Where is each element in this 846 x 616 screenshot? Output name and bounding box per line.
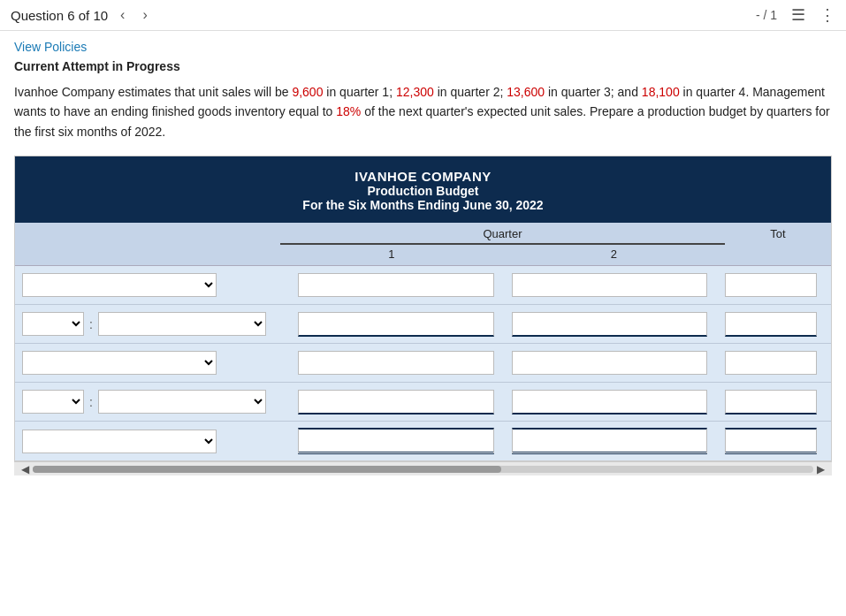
row4-select-wide[interactable]: Expected unit sales Required ending inve… bbox=[98, 390, 266, 414]
row5-q2-wrapper bbox=[505, 428, 715, 454]
row3-total-wrapper bbox=[718, 351, 824, 375]
row4-colon: : bbox=[89, 395, 93, 409]
horizontal-scrollbar[interactable]: ◀ ▶ bbox=[14, 461, 832, 475]
problem-text: Ivanhoe Company estimates that unit sale… bbox=[14, 82, 832, 141]
total-header: Tot bbox=[725, 223, 831, 245]
view-policies-link[interactable]: View Policies bbox=[14, 40, 87, 54]
row3-q1-wrapper bbox=[291, 351, 501, 375]
scroll-left-button[interactable]: ◀ bbox=[18, 463, 33, 475]
scrollbar-track[interactable] bbox=[33, 466, 813, 473]
total-sub-header bbox=[725, 245, 831, 265]
table-row: Expected unit sales Required ending inve… bbox=[15, 266, 831, 305]
next-arrow[interactable]: › bbox=[137, 5, 152, 25]
table-header: IVANHOE COMPANY Production Budget For th… bbox=[15, 156, 831, 223]
row2-total-wrapper bbox=[718, 312, 824, 337]
col-header-row-2: 1 2 bbox=[15, 245, 831, 266]
list-icon-button[interactable]: ☰ bbox=[791, 5, 805, 25]
row3-q2-wrapper bbox=[505, 351, 715, 375]
row2-q2-wrapper bbox=[505, 312, 715, 337]
row4-q2-input[interactable] bbox=[512, 390, 708, 414]
header-empty-cell bbox=[15, 223, 280, 245]
row2-total-input[interactable] bbox=[725, 312, 817, 337]
row1-total-wrapper bbox=[718, 273, 824, 297]
row4-select-narrow[interactable]: Add Deduct bbox=[22, 390, 84, 414]
row5-select[interactable]: Expected unit sales Required ending inve… bbox=[22, 430, 217, 453]
prev-arrow[interactable]: ‹ bbox=[115, 5, 130, 25]
date-line: For the Six Months Ending June 30, 2022 bbox=[22, 198, 824, 212]
quarter-header: Quarter bbox=[280, 223, 725, 245]
row4-total-input[interactable] bbox=[725, 390, 817, 414]
row5-total-wrapper bbox=[718, 428, 824, 454]
row2-colon: : bbox=[89, 317, 93, 331]
table-body: Expected unit sales Required ending inve… bbox=[15, 266, 831, 460]
more-options-button[interactable]: ⋮ bbox=[819, 5, 835, 25]
row3-q2-input[interactable] bbox=[512, 351, 708, 375]
row4-q1-wrapper bbox=[291, 390, 501, 414]
production-budget-table: IVANHOE COMPANY Production Budget For th… bbox=[14, 156, 832, 461]
row1-total-input[interactable] bbox=[725, 273, 817, 297]
row1-q1-input[interactable] bbox=[298, 273, 494, 297]
row4-q2-wrapper bbox=[505, 390, 715, 414]
scrollbar-thumb[interactable] bbox=[33, 466, 501, 473]
row2-q1-wrapper bbox=[291, 312, 501, 337]
row2-q1-input[interactable] bbox=[298, 312, 494, 337]
question-label: Question 6 of 10 bbox=[11, 8, 108, 23]
row4-q1-input[interactable] bbox=[298, 390, 494, 414]
row2-label: Add Deduct : Expected unit sales Require… bbox=[22, 312, 287, 336]
table-row: Add Deduct : Expected unit sales Require… bbox=[15, 305, 831, 344]
row3-total-input[interactable] bbox=[725, 351, 817, 375]
q1-header: 1 bbox=[280, 245, 503, 265]
row5-q1-input[interactable] bbox=[298, 428, 494, 454]
row1-select[interactable]: Expected unit sales Required ending inve… bbox=[22, 273, 217, 297]
row2-q2-input[interactable] bbox=[512, 312, 708, 337]
row1-label: Expected unit sales Required ending inve… bbox=[22, 273, 287, 297]
company-name: IVANHOE COMPANY bbox=[22, 169, 824, 184]
row5-q1-wrapper bbox=[291, 428, 501, 454]
table-row: Expected unit sales Required ending inve… bbox=[15, 422, 831, 460]
row4-total-wrapper bbox=[718, 390, 824, 414]
row3-q1-input[interactable] bbox=[298, 351, 494, 375]
row1-q1-wrapper bbox=[291, 273, 501, 297]
page-count: - / 1 bbox=[756, 8, 777, 22]
row5-q2-input[interactable] bbox=[512, 428, 708, 454]
col-header-row-1: Quarter Tot bbox=[15, 223, 831, 245]
row2-select-narrow[interactable]: Add Deduct bbox=[22, 312, 84, 336]
row5-total-input[interactable] bbox=[725, 428, 817, 454]
top-bar: Question 6 of 10 ‹ › - / 1 ☰ ⋮ bbox=[0, 0, 846, 31]
current-attempt-label: Current Attempt in Progress bbox=[14, 59, 832, 73]
row1-q2-input[interactable] bbox=[512, 273, 708, 297]
row4-label: Add Deduct : Expected unit sales Require… bbox=[22, 390, 287, 414]
row3-select[interactable]: Expected unit sales Required ending inve… bbox=[22, 351, 217, 375]
header-empty-cell-2 bbox=[15, 245, 280, 265]
row3-label: Expected unit sales Required ending inve… bbox=[22, 351, 287, 375]
row5-label: Expected unit sales Required ending inve… bbox=[22, 430, 287, 453]
main-content: View Policies Current Attempt in Progres… bbox=[0, 31, 846, 484]
table-row: Expected unit sales Required ending inve… bbox=[15, 344, 831, 383]
row1-q2-wrapper bbox=[505, 273, 715, 297]
table-row: Add Deduct : Expected unit sales Require… bbox=[15, 383, 831, 422]
q2-header: 2 bbox=[503, 245, 726, 265]
scroll-right-button[interactable]: ▶ bbox=[813, 463, 828, 475]
budget-title: Production Budget bbox=[22, 184, 824, 198]
row2-select-wide[interactable]: Expected unit sales Required ending inve… bbox=[98, 312, 266, 336]
